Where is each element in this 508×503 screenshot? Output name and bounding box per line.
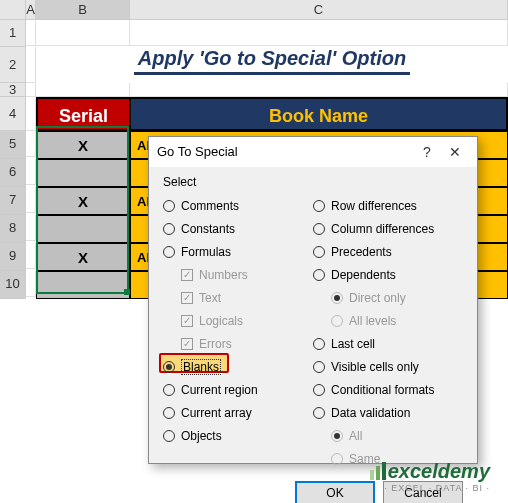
cell[interactable] bbox=[36, 20, 130, 46]
cell[interactable] bbox=[130, 83, 508, 97]
row-header-9[interactable]: 9 bbox=[0, 243, 26, 271]
option-objects[interactable]: Objects bbox=[163, 425, 313, 447]
option-row-differences[interactable]: Row differences bbox=[313, 195, 463, 217]
cell[interactable] bbox=[26, 271, 36, 297]
option-errors: ✓Errors bbox=[181, 333, 313, 355]
select-all-corner[interactable] bbox=[0, 0, 26, 19]
row-header-10[interactable]: 10 bbox=[0, 271, 26, 299]
option-dependents[interactable]: Dependents bbox=[313, 264, 463, 286]
option-numbers: ✓Numbers bbox=[181, 264, 313, 286]
option-data-validation[interactable]: Data validation bbox=[313, 402, 463, 424]
options-left: Comments Constants Formulas ✓Numbers ✓Te… bbox=[163, 195, 313, 471]
option-precedents[interactable]: Precedents bbox=[313, 241, 463, 263]
cell[interactable] bbox=[26, 187, 36, 213]
col-header-a[interactable]: A bbox=[26, 0, 36, 19]
option-current-array[interactable]: Current array bbox=[163, 402, 313, 424]
brand-tagline: · EXCEL · DATA · BI · bbox=[370, 483, 490, 493]
cell[interactable] bbox=[36, 83, 130, 97]
cell-serial[interactable] bbox=[36, 215, 130, 243]
go-to-special-dialog: Go To Special ? ✕ Select Comments Consta… bbox=[148, 136, 478, 464]
col-header-b[interactable]: B bbox=[36, 0, 130, 19]
row-header-3[interactable]: 3 bbox=[0, 83, 26, 97]
option-all-levels: All levels bbox=[331, 310, 463, 332]
header-serial[interactable]: Serial bbox=[36, 97, 130, 131]
option-direct-only: Direct only bbox=[331, 287, 463, 309]
cell-serial[interactable]: X bbox=[36, 187, 130, 215]
cell-serial[interactable] bbox=[36, 271, 130, 299]
cell[interactable] bbox=[26, 215, 36, 241]
option-formulas[interactable]: Formulas bbox=[163, 241, 313, 263]
option-logicals: ✓Logicals bbox=[181, 310, 313, 332]
cell[interactable] bbox=[26, 131, 36, 157]
cell[interactable] bbox=[26, 20, 36, 46]
row-header-4[interactable]: 4 bbox=[0, 97, 26, 131]
logo: exceldemy · EXCEL · DATA · BI · bbox=[370, 460, 490, 493]
row-header-8[interactable]: 8 bbox=[0, 215, 26, 243]
option-constants[interactable]: Constants bbox=[163, 218, 313, 240]
row-header-1[interactable]: 1 bbox=[0, 20, 26, 47]
cell[interactable] bbox=[130, 20, 508, 46]
cell[interactable] bbox=[26, 159, 36, 185]
row-header-2[interactable]: 2 bbox=[0, 47, 26, 83]
option-visible-cells[interactable]: Visible cells only bbox=[313, 356, 463, 378]
ok-button[interactable]: OK bbox=[295, 481, 375, 503]
option-comments[interactable]: Comments bbox=[163, 195, 313, 217]
row-header-7[interactable]: 7 bbox=[0, 187, 26, 215]
option-all: All bbox=[331, 425, 463, 447]
dialog-body: Select Comments Constants Formulas ✓Numb… bbox=[149, 167, 477, 471]
dialog-title: Go To Special bbox=[157, 137, 413, 167]
cell[interactable] bbox=[26, 97, 36, 131]
help-icon[interactable]: ? bbox=[413, 137, 441, 167]
col-header-c[interactable]: C bbox=[130, 0, 508, 19]
option-conditional-formats[interactable]: Conditional formats bbox=[313, 379, 463, 401]
row-header-5[interactable]: 5 bbox=[0, 131, 26, 159]
column-headers: A B C bbox=[0, 0, 508, 20]
cell[interactable] bbox=[26, 243, 36, 269]
close-icon[interactable]: ✕ bbox=[441, 137, 469, 167]
select-label: Select bbox=[163, 175, 463, 189]
option-blanks[interactable]: Blanks bbox=[163, 356, 313, 378]
option-column-differences[interactable]: Column differences bbox=[313, 218, 463, 240]
row-header-6[interactable]: 6 bbox=[0, 159, 26, 187]
option-text: ✓Text bbox=[181, 287, 313, 309]
dialog-titlebar[interactable]: Go To Special ? ✕ bbox=[149, 137, 477, 167]
cell-serial[interactable] bbox=[36, 159, 130, 187]
title-cell[interactable]: Apply 'Go to Special' Option bbox=[36, 47, 508, 83]
page-title: Apply 'Go to Special' Option bbox=[134, 47, 410, 75]
option-last-cell[interactable]: Last cell bbox=[313, 333, 463, 355]
cell-serial[interactable]: X bbox=[36, 131, 130, 159]
options-right: Row differences Column differences Prece… bbox=[313, 195, 463, 471]
cell[interactable] bbox=[26, 83, 36, 97]
option-current-region[interactable]: Current region bbox=[163, 379, 313, 401]
cell[interactable] bbox=[26, 47, 36, 83]
header-book[interactable]: Book Name bbox=[130, 97, 508, 131]
brand-name: exceldemy bbox=[370, 460, 490, 483]
cell-serial[interactable]: X bbox=[36, 243, 130, 271]
